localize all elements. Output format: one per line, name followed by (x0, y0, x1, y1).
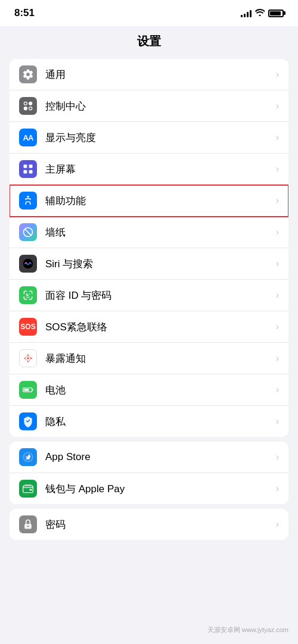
password-icon (19, 515, 37, 533)
control-center-icon (19, 97, 37, 115)
settings-item-general[interactable]: 通用 › (10, 59, 288, 90)
settings-item-password-label: 密码 (45, 518, 276, 532)
sos-icon: SOS (19, 318, 37, 336)
svg-point-14 (27, 354, 29, 355)
settings-item-privacy-label: 隐私 (45, 415, 276, 429)
chevron-icon: › (276, 384, 279, 395)
chevron-icon: › (276, 290, 279, 301)
svg-point-16 (27, 361, 29, 362)
settings-item-battery-label: 电池 (45, 383, 276, 397)
svg-point-1 (29, 102, 32, 105)
chevron-icon: › (276, 321, 279, 332)
svg-rect-19 (24, 389, 29, 390)
chevron-icon: › (276, 519, 279, 530)
home-icon (19, 160, 37, 178)
svg-point-13 (27, 357, 29, 359)
settings-item-home[interactable]: 主屏幕 › (10, 154, 288, 185)
svg-rect-5 (29, 165, 33, 168)
svg-point-23 (27, 526, 29, 527)
chevron-icon: › (276, 101, 279, 111)
settings-item-accessibility-label: 辅助功能 (45, 194, 276, 208)
svg-point-17 (24, 358, 25, 359)
wifi-icon (255, 8, 265, 18)
settings-item-control-center[interactable]: 控制中心 › (10, 90, 288, 122)
settings-item-password[interactable]: 密码 › (10, 509, 288, 540)
settings-item-sos-label: SOS紧急联络 (45, 320, 276, 334)
settings-item-siri[interactable]: Siri 与搜索 › (10, 248, 288, 280)
signal-icon (241, 9, 252, 17)
status-icons (241, 8, 284, 18)
chevron-icon: › (276, 132, 279, 143)
settings-item-appstore[interactable]: App Store › (10, 442, 288, 473)
svg-point-3 (29, 107, 32, 110)
exposure-icon (19, 349, 37, 367)
chevron-icon: › (276, 195, 279, 206)
settings-item-privacy[interactable]: 隐私 › (10, 406, 288, 437)
wallet-icon (19, 480, 37, 498)
faceid-icon (19, 286, 37, 304)
settings-item-accessibility[interactable]: 辅助功能 › (10, 185, 288, 217)
battery-settings-icon (19, 381, 37, 399)
display-icon: AA (19, 129, 37, 146)
svg-point-0 (24, 102, 27, 105)
settings-item-wallpaper[interactable]: 墙纸 › (10, 217, 288, 248)
settings-item-control-center-label: 控制中心 (45, 99, 276, 113)
settings-section-password: 密码 › (10, 509, 288, 540)
svg-rect-4 (24, 165, 27, 168)
chevron-icon: › (276, 483, 279, 494)
settings-item-exposure-label: 暴露通知 (45, 352, 276, 365)
status-bar: 8:51 (0, 0, 298, 26)
svg-point-11 (29, 293, 30, 295)
settings-section-general: 通用 › 控制中心 › AA 显示与亮度 › 主屏幕 (10, 59, 288, 437)
settings-item-wallet-label: 钱包与 Apple Pay (45, 482, 276, 496)
settings-item-siri-label: Siri 与搜索 (45, 257, 276, 271)
svg-point-2 (24, 107, 27, 110)
nav-title: 设置 (0, 26, 298, 54)
svg-point-10 (26, 293, 27, 295)
settings-item-wallpaper-label: 墙纸 (45, 226, 276, 239)
appstore-icon (19, 448, 37, 466)
chevron-icon: › (276, 164, 279, 174)
chevron-icon: › (276, 69, 279, 80)
page-title: 设置 (137, 35, 161, 48)
accessibility-icon (19, 192, 37, 210)
wallpaper-icon (19, 223, 37, 241)
settings-item-home-label: 主屏幕 (45, 162, 276, 176)
siri-icon (19, 255, 37, 273)
gear-icon (19, 65, 37, 83)
chevron-icon: › (276, 353, 279, 364)
settings-item-display-label: 显示与亮度 (45, 131, 276, 145)
svg-point-15 (31, 358, 32, 359)
settings-item-wallet[interactable]: 钱包与 Apple Pay › (10, 473, 288, 504)
settings-item-display[interactable]: AA 显示与亮度 › (10, 122, 288, 154)
settings-item-exposure[interactable]: 暴露通知 › (10, 343, 288, 374)
chevron-icon: › (276, 227, 279, 237)
status-time: 8:51 (14, 7, 35, 19)
chevron-icon: › (276, 452, 279, 462)
svg-rect-6 (24, 170, 27, 174)
chevron-icon: › (276, 416, 279, 427)
settings-item-sos[interactable]: SOS SOS紧急联络 › (10, 311, 288, 343)
settings-item-general-label: 通用 (45, 68, 276, 82)
battery-icon (268, 10, 284, 17)
settings-item-appstore-label: App Store (45, 451, 276, 463)
chevron-icon: › (276, 258, 279, 269)
svg-rect-7 (29, 170, 33, 174)
watermark: 天源安卓网 www.jytyaz.com (207, 626, 288, 634)
privacy-icon (19, 412, 37, 430)
settings-item-faceid-label: 面容 ID 与密码 (45, 289, 276, 302)
svg-point-8 (27, 196, 29, 198)
settings-item-faceid[interactable]: 面容 ID 与密码 › (10, 280, 288, 311)
settings-section-store: App Store › 钱包与 Apple Pay › (10, 442, 288, 504)
settings-item-battery[interactable]: 电池 › (10, 374, 288, 406)
svg-rect-21 (30, 489, 32, 491)
